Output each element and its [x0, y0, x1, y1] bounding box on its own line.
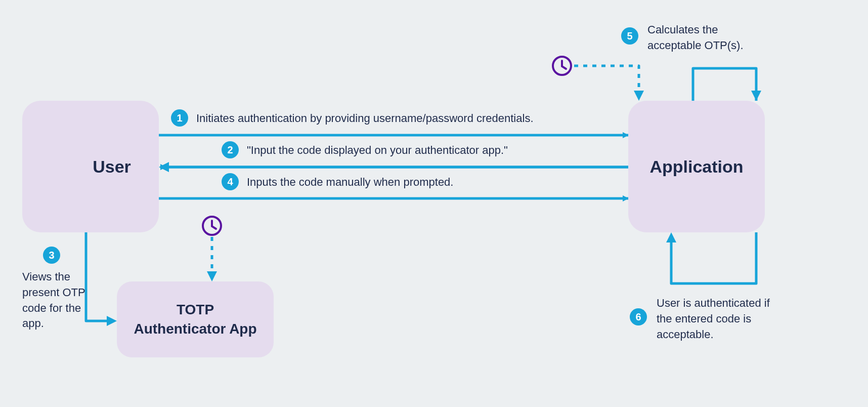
- step-num-5: 5: [627, 30, 632, 42]
- svg-marker-3: [159, 162, 169, 172]
- step-num-1: 1: [177, 112, 182, 124]
- step-text-5: Calculates the acceptable OTP(s).: [647, 22, 764, 54]
- step-badge-3: 3: [43, 247, 60, 264]
- step-badge-1: 1: [171, 109, 188, 127]
- step-badge-2: 2: [222, 141, 239, 158]
- step-badge-4: 4: [222, 173, 239, 190]
- svg-marker-7: [207, 271, 217, 281]
- application-node: Application: [628, 101, 765, 232]
- svg-marker-9: [751, 91, 761, 101]
- clock-icon: [203, 217, 221, 235]
- svg-marker-10: [666, 232, 676, 242]
- step-num-4: 4: [227, 176, 233, 188]
- step-text-2: "Input the code displayed on your authen…: [247, 143, 508, 158]
- clock-icon: [553, 57, 571, 75]
- svg-marker-5: [107, 316, 117, 326]
- user-icon: [40, 147, 66, 182]
- step-num-3: 3: [49, 250, 54, 261]
- step-text-1: Initiates authentication by providing us…: [196, 111, 534, 127]
- user-node-label: User: [93, 157, 131, 177]
- step-text-3: Views the present OTP code for the app.: [22, 269, 103, 332]
- totp-node-label-2: Authenticator App: [134, 319, 256, 339]
- totp-app-node: TOTP Authenticator App: [117, 281, 274, 357]
- step-badge-6: 6: [630, 308, 647, 325]
- diagram-canvas: User Application TOTP Authenticator App …: [0, 0, 868, 407]
- step-num-2: 2: [227, 144, 233, 156]
- svg-marker-8: [634, 91, 644, 101]
- step-num-6: 6: [635, 311, 641, 323]
- step-badge-5: 5: [621, 27, 638, 45]
- step-text-4: Inputs the code manually when prompted.: [247, 175, 453, 190]
- step-text-6: User is authenticated if the entered cod…: [657, 296, 788, 342]
- application-node-label: Application: [649, 157, 743, 177]
- totp-node-label-1: TOTP: [134, 300, 256, 319]
